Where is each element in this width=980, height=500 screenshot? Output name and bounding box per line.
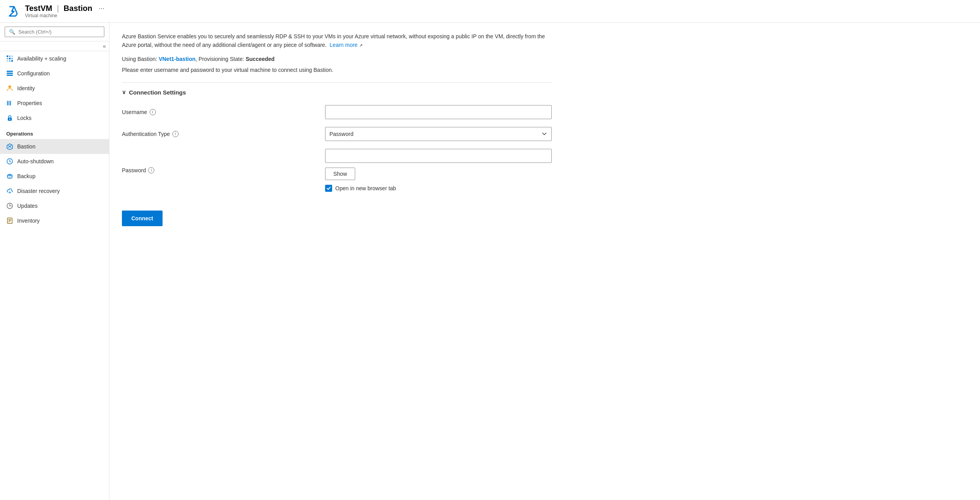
svg-point-13	[9, 86, 11, 88]
svg-point-23	[7, 174, 12, 176]
disaster-recovery-icon	[6, 188, 13, 195]
svg-rect-5	[9, 58, 11, 59]
sidebar-item-auto-shutdown[interactable]: Auto-shutdown	[0, 154, 109, 169]
auth-type-select-container: Password SSH Private Key from Local File…	[325, 127, 552, 141]
sidebar-item-disaster-recovery[interactable]: Disaster recovery	[0, 184, 109, 198]
backup-icon	[6, 173, 13, 180]
main-layout: 🔍 « Availability + scaling Configuration	[0, 23, 980, 500]
identity-icon	[6, 85, 13, 92]
svg-rect-14	[7, 101, 8, 105]
connection-settings-label: Connection Settings	[129, 89, 186, 96]
sidebar-search-area: 🔍	[0, 23, 109, 41]
sidebar-item-updates[interactable]: Updates	[0, 198, 109, 213]
sidebar-item-availability[interactable]: Availability + scaling	[0, 51, 109, 66]
sidebar-item-availability-label: Availability + scaling	[17, 55, 66, 62]
sidebar-item-bastion-label: Bastion	[17, 143, 36, 150]
sidebar-item-properties[interactable]: Properties	[0, 96, 109, 111]
sidebar-item-properties-label: Properties	[17, 100, 42, 106]
sidebar-item-disaster-recovery-label: Disaster recovery	[17, 188, 60, 194]
auth-type-label: Authentication Type i	[122, 131, 325, 137]
page-header: TestVM | Bastion ··· Virtual machine	[0, 0, 980, 23]
password-field-row: Password i Show Open	[122, 149, 552, 192]
username-info-icon[interactable]: i	[150, 109, 156, 115]
svg-point-18	[9, 119, 11, 120]
svg-rect-7	[7, 60, 8, 62]
svg-rect-4	[7, 58, 8, 59]
chevron-down-icon: ∨	[122, 89, 126, 95]
sidebar-items-list: Availability + scaling Configuration Ide…	[0, 51, 109, 500]
svg-rect-12	[7, 75, 13, 76]
external-link-icon: ↗	[359, 43, 363, 48]
sidebar-item-backup[interactable]: Backup	[0, 169, 109, 184]
learn-more-link[interactable]: Learn more	[330, 42, 358, 48]
svg-rect-28	[9, 221, 10, 222]
updates-icon	[6, 202, 13, 209]
connection-settings-header[interactable]: ∨ Connection Settings	[122, 89, 552, 96]
open-new-tab-label: Open in new browser tab	[335, 185, 396, 191]
logo-area	[6, 4, 20, 18]
sidebar-item-updates-label: Updates	[17, 203, 38, 209]
search-icon: 🔍	[9, 29, 15, 35]
vm-name: TestVM	[25, 4, 52, 13]
open-new-tab-checkbox[interactable]	[325, 185, 332, 192]
header-separator: |	[57, 4, 59, 13]
provisioning-state: Succeeded	[246, 56, 275, 62]
header-section: Bastion	[64, 4, 92, 13]
configuration-icon	[6, 70, 13, 77]
sidebar-item-locks[interactable]: Locks	[0, 111, 109, 125]
show-password-button[interactable]: Show	[325, 168, 355, 180]
sidebar-item-configuration-label: Configuration	[17, 70, 50, 77]
using-bastion-line: Using Bastion: VNet1-bastion, Provisioni…	[122, 56, 967, 62]
please-enter-text: Please enter username and password to yo…	[122, 67, 967, 73]
password-input[interactable]	[325, 149, 552, 163]
svg-rect-6	[11, 58, 13, 59]
sidebar-collapse-button[interactable]: «	[103, 43, 106, 49]
svg-rect-2	[9, 55, 11, 57]
sidebar-item-identity-label: Identity	[17, 85, 35, 91]
connect-button[interactable]: Connect	[122, 211, 163, 226]
username-field-row: Username i	[122, 105, 552, 119]
search-input[interactable]	[18, 29, 100, 35]
header-title-block: TestVM | Bastion ··· Virtual machine	[25, 4, 104, 18]
svg-rect-9	[11, 60, 13, 62]
username-label: Username i	[122, 109, 325, 115]
sidebar-item-inventory[interactable]: Inventory	[0, 213, 109, 228]
sidebar: 🔍 « Availability + scaling Configuration	[0, 23, 109, 500]
availability-scaling-icon	[6, 55, 13, 62]
auto-shutdown-icon	[6, 158, 13, 165]
sidebar-item-backup-label: Backup	[17, 173, 36, 179]
locks-icon	[6, 114, 13, 121]
svg-rect-11	[7, 73, 13, 74]
auth-type-select[interactable]: Password SSH Private Key from Local File…	[325, 127, 552, 141]
svg-rect-27	[9, 220, 11, 221]
svg-rect-10	[7, 71, 13, 72]
header-subtitle: Virtual machine	[25, 13, 104, 18]
description-text: Azure Bastion Service enables you to sec…	[122, 32, 552, 50]
open-new-tab-row: Open in new browser tab	[325, 185, 552, 192]
sidebar-item-locks-label: Locks	[17, 115, 32, 121]
svg-rect-3	[11, 55, 13, 57]
search-box[interactable]: 🔍	[5, 27, 104, 37]
sidebar-item-auto-shutdown-label: Auto-shutdown	[17, 158, 54, 164]
password-label: Password i	[122, 167, 325, 173]
auth-type-info-icon[interactable]: i	[172, 131, 179, 137]
svg-rect-16	[10, 101, 11, 105]
content-area: Azure Bastion Service enables you to sec…	[109, 23, 980, 500]
username-input[interactable]	[325, 105, 552, 119]
connection-settings-section: ∨ Connection Settings Username i Authent…	[122, 82, 552, 192]
bastion-icon	[6, 143, 13, 150]
svg-rect-8	[9, 60, 11, 62]
header-ellipsis-button[interactable]: ···	[98, 4, 104, 12]
operations-section-label: Operations	[0, 125, 109, 139]
properties-icon	[6, 100, 13, 107]
bastion-name-link[interactable]: VNet1-bastion	[159, 56, 195, 62]
svg-rect-1	[7, 55, 8, 57]
inventory-icon	[6, 217, 13, 224]
sidebar-item-identity[interactable]: Identity	[0, 81, 109, 96]
azure-logo-icon	[6, 4, 20, 18]
auth-type-field-row: Authentication Type i Password SSH Priva…	[122, 127, 552, 141]
sidebar-item-configuration[interactable]: Configuration	[0, 66, 109, 81]
sidebar-item-bastion[interactable]: Bastion	[0, 139, 109, 154]
password-info-icon[interactable]: i	[148, 167, 154, 173]
username-input-container	[325, 105, 552, 119]
